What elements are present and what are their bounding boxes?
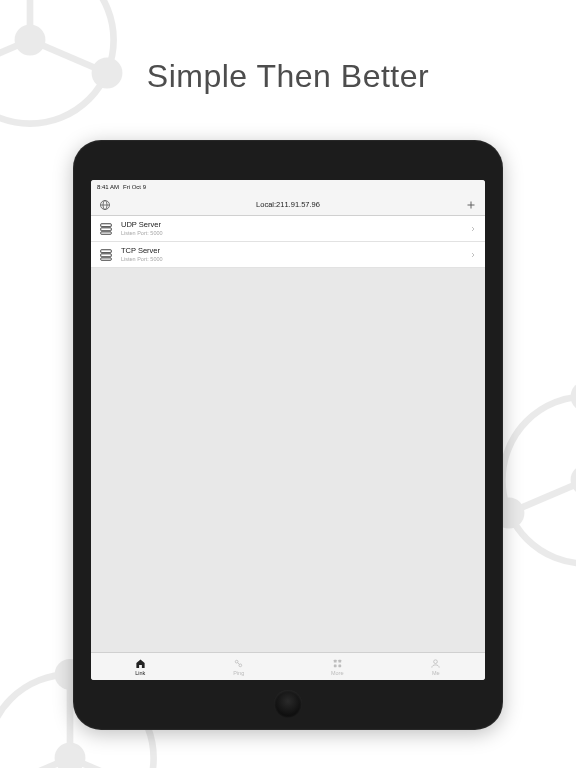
svg-line-23 (0, 758, 70, 768)
list-item-title: TCP Server (121, 247, 461, 255)
tab-ping[interactable]: Ping (190, 653, 289, 680)
ping-icon (233, 658, 244, 669)
tab-label: Link (135, 670, 145, 676)
status-date: Fri Oct 9 (123, 184, 146, 190)
home-button[interactable] (274, 690, 302, 718)
tab-label: Ping (233, 670, 244, 676)
page-headline: Simple Then Better (0, 58, 576, 95)
svg-rect-34 (101, 231, 112, 233)
svg-rect-33 (101, 227, 112, 230)
globe-icon[interactable] (99, 199, 111, 211)
list-item-title: UDP Server (121, 221, 461, 229)
add-button[interactable] (465, 199, 477, 211)
server-list: UDP Server Listen Port: 5000 TCP Server … (91, 216, 485, 268)
svg-point-20 (55, 743, 86, 768)
tab-me[interactable]: Me (387, 653, 486, 680)
svg-point-8 (502, 396, 576, 563)
server-icon (99, 222, 113, 236)
chevron-right-icon (469, 251, 477, 259)
home-icon (135, 658, 146, 669)
user-icon (430, 658, 441, 669)
tab-link[interactable]: Link (91, 653, 190, 680)
svg-rect-44 (338, 664, 341, 667)
chevron-right-icon (469, 225, 477, 233)
svg-rect-42 (338, 659, 341, 662)
nav-bar: Local:211.91.57.96 (91, 194, 485, 216)
grid-icon (332, 658, 343, 669)
svg-rect-36 (101, 253, 112, 256)
svg-rect-35 (101, 249, 112, 252)
svg-point-12 (571, 465, 576, 496)
svg-line-15 (509, 480, 576, 513)
list-item-subtitle: Listen Port: 5000 (121, 256, 461, 262)
svg-point-9 (571, 381, 576, 412)
svg-point-45 (434, 659, 438, 663)
tab-bar: Link Ping More Me (91, 652, 485, 680)
empty-area (91, 268, 485, 652)
svg-point-4 (15, 25, 46, 56)
tab-label: More (331, 670, 344, 676)
list-item-subtitle: Listen Port: 5000 (121, 230, 461, 236)
nav-title: Local:211.91.57.96 (256, 200, 320, 209)
svg-line-22 (70, 758, 147, 768)
svg-rect-32 (101, 223, 112, 226)
list-item[interactable]: TCP Server Listen Port: 5000 (91, 242, 485, 268)
server-icon (99, 248, 113, 262)
svg-rect-37 (101, 257, 112, 259)
tab-label: Me (432, 670, 440, 676)
status-bar: 8:41 AM Fri Oct 9 (91, 180, 485, 194)
svg-rect-41 (334, 659, 337, 662)
list-item[interactable]: UDP Server Listen Port: 5000 (91, 216, 485, 242)
status-time: 8:41 AM (97, 184, 119, 190)
svg-line-40 (238, 662, 240, 664)
svg-rect-43 (334, 664, 337, 667)
ipad-frame: 8:41 AM Fri Oct 9 Local:211.91.57.96 (73, 140, 503, 730)
tab-more[interactable]: More (288, 653, 387, 680)
device-screen: 8:41 AM Fri Oct 9 Local:211.91.57.96 (91, 180, 485, 680)
